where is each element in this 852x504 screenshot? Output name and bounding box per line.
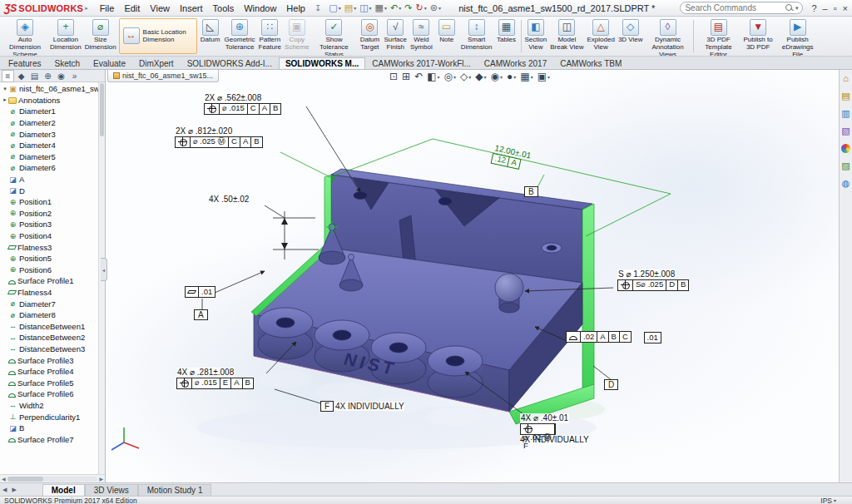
help-button[interactable]: ?	[811, 3, 816, 13]
tree-item[interactable]: Diameter6	[0, 162, 98, 174]
view-orientation-icon[interactable]: ◇ ▾	[459, 71, 472, 82]
datum-button[interactable]: ◺ Datum	[198, 17, 223, 55]
search-caret-icon[interactable]: ▾	[795, 5, 799, 12]
zoom-area-icon[interactable]: ⊞ ▾	[401, 71, 411, 82]
menu-help[interactable]: Help	[281, 2, 310, 14]
gdt-callout-281[interactable]: 4X ⌀ .281±.008 ⌀ .015 E A B	[176, 368, 254, 390]
tree-item[interactable]: DistanceBetween3	[0, 343, 98, 355]
datum-b-label[interactable]: B	[524, 186, 538, 197]
menu-insert[interactable]: Insert	[175, 2, 208, 14]
gdt-callout-562[interactable]: 2X ⌀ .562±.008 ⌀ .015 C A B	[204, 93, 281, 116]
hide-show-items-icon[interactable]: ◉ ▾	[490, 71, 504, 82]
tree-item[interactable]: Width2	[0, 400, 98, 412]
file-explorer-icon[interactable]: ▥	[841, 109, 850, 118]
tree-item[interactable]: Surface Profile7	[0, 433, 98, 445]
close-button[interactable]: ×	[843, 3, 848, 13]
previous-view-icon[interactable]: ↶ ▾	[414, 71, 424, 82]
tab-dimxpert[interactable]: DimXpert	[132, 57, 181, 69]
menu-edit[interactable]: Edit	[119, 2, 145, 14]
save-button[interactable]: ◫ ▾	[359, 3, 371, 12]
menu-window[interactable]: Window	[239, 2, 281, 14]
datum-target-button[interactable]: ◎ Datum Target	[357, 17, 382, 55]
undo-button[interactable]: ↶ ▾	[390, 3, 401, 12]
gdt-callout-profile[interactable]: .02 A B C .01	[566, 331, 661, 343]
tab-sketch[interactable]: Sketch	[47, 57, 87, 69]
gdt-callout-40[interactable]: 4X ⌀ .40±.01 ⌀ .02 Ⓜ F 4X INDIVIDUALLY	[520, 413, 589, 444]
geometric-tolerance-button[interactable]: ⊕ Geometric Tolerance	[223, 17, 257, 55]
3d-pdf-template-editor-button[interactable]: ▤ 3D PDF Template Editor	[696, 17, 742, 55]
tree-item[interactable]: Flatness3	[0, 241, 98, 253]
model-break-view-button[interactable]: ◫ Model Break View	[548, 17, 585, 55]
tree-item[interactable]: Surface Profile3	[0, 354, 98, 366]
datum-d-label[interactable]: D	[604, 379, 618, 390]
displaymanager-tab[interactable]: ◉	[55, 71, 67, 82]
print-button[interactable]: ▦ ▾	[375, 3, 387, 12]
tree-item[interactable]: Perpendicularity1	[0, 411, 98, 422]
custom-properties-icon[interactable]: ▨	[841, 161, 850, 170]
tab-solidworks-addins[interactable]: SOLIDWORKS Add-I...	[181, 57, 279, 69]
exploded-view-button[interactable]: △ Exploded View	[586, 17, 617, 55]
dimension-callout-50[interactable]: 4X .50±.02	[208, 195, 250, 205]
redo-button[interactable]: ↷ ▾	[404, 3, 412, 12]
tree-item[interactable]: Flatness4	[0, 287, 98, 299]
tab-camworks-tbm[interactable]: CAMWorks TBM	[553, 57, 628, 69]
pin-menu-icon[interactable]: ↧	[315, 3, 321, 12]
auto-dimension-scheme-button[interactable]: ◈ Auto Dimension Scheme	[2, 17, 48, 55]
tree-item[interactable]: D	[0, 185, 98, 196]
new-file-button[interactable]: ▢ ▾	[329, 3, 340, 12]
tree-item[interactable]: Diameter7	[0, 298, 98, 309]
tree-item[interactable]: Position1	[0, 196, 98, 208]
search-icon[interactable]	[785, 4, 793, 12]
section-view-button[interactable]: ◧ Section View	[523, 17, 549, 55]
view-palette-icon[interactable]: ▧	[841, 126, 850, 136]
pattern-feature-button[interactable]: ∷ Pattern Feature	[257, 17, 284, 55]
gdt-callout-812[interactable]: 2X ⌀ .812±.020 ⌀ .025 Ⓜ C A B	[175, 126, 263, 149]
tree-item[interactable]: Surface Profile4	[0, 366, 98, 378]
open-file-button[interactable]: ▤ ▾	[344, 3, 356, 12]
configurationmanager-tab[interactable]: ▤	[28, 71, 41, 82]
datum-a-label[interactable]: A	[194, 309, 208, 320]
tab-solidworks-mbd[interactable]: SOLIDWORKS M...	[279, 57, 365, 69]
dynamic-annotation-views-button[interactable]: ◊ Dynamic Annotation Views	[645, 17, 691, 55]
tree-item[interactable]: A	[0, 174, 98, 185]
location-dimension-button[interactable]: + Location Dimension	[48, 17, 83, 55]
solidworks-resources-icon[interactable]: ⌂	[843, 74, 849, 83]
tree-item[interactable]: Position4	[0, 230, 98, 242]
tab-model[interactable]: Model	[42, 484, 85, 496]
gdt-callout-1250[interactable]: S ⌀ 1.250±.008 S⌀ .025 D B	[617, 269, 689, 292]
tree-item[interactable]: Surface Profile6	[0, 388, 98, 400]
tree-item[interactable]: Diameter3	[0, 128, 98, 140]
tree-item[interactable]: ▾ nist_ftc_06_asme1_sw1500_rd_	[0, 83, 98, 95]
zoom-fit-icon[interactable]: ⊡ ▾	[389, 71, 399, 82]
tree-item[interactable]: Position3	[0, 219, 98, 230]
tree-item[interactable]: Diameter5	[0, 151, 98, 163]
smart-dimension-button[interactable]: ↕ Smart Dimension	[459, 17, 494, 55]
view-settings-icon[interactable]: ▣ ▾	[537, 71, 551, 82]
tree-expand-icon[interactable]: ▾	[2, 86, 8, 92]
tab-motion-study-1[interactable]: Motion Study 1	[138, 484, 212, 496]
tree-item[interactable]: ▸ Annotations	[0, 95, 98, 106]
tree-horizontal-scrollbar[interactable]: ◀▶	[0, 474, 105, 482]
tree-expand-icon[interactable]: ▸	[2, 96, 8, 103]
publish-to-3d-pdf-button[interactable]: ▼ Publish to 3D PDF	[742, 17, 775, 55]
featuremanager-tab[interactable]: ≡	[2, 70, 14, 82]
tab-camworks-workflow[interactable]: CAMWorks 2017-WorkFl...	[365, 57, 478, 69]
dimxpertmanager-tab[interactable]: ⊕	[42, 71, 54, 82]
tree-item[interactable]: Diameter4	[0, 140, 98, 151]
tree-item[interactable]: Diameter2	[0, 117, 98, 129]
tree-item[interactable]: Position6	[0, 264, 98, 276]
document-tab[interactable]: nist_ftc_06_asme1_sw15...	[107, 70, 219, 82]
publish-edrawings-file-button[interactable]: ▶ Publish eDrawings File	[775, 17, 821, 55]
tree-item[interactable]: Position2	[0, 208, 98, 220]
tree-item[interactable]: Position5	[0, 253, 98, 264]
menu-tools[interactable]: Tools	[208, 2, 240, 14]
tab-features[interactable]: Features	[2, 57, 47, 69]
tree-item[interactable]: B	[0, 422, 98, 434]
datum-f-label[interactable]: F	[320, 401, 334, 412]
appearances-scenes-icon[interactable]	[841, 144, 850, 153]
minimize-button[interactable]: –	[823, 3, 828, 13]
tree-item[interactable]: Diameter1	[0, 106, 98, 117]
solidworks-forum-icon[interactable]: ◍	[842, 179, 850, 188]
show-tolerance-status-button[interactable]: ✓ Show Tolerance Status	[310, 17, 357, 55]
propertymanager-tab[interactable]: ◆	[15, 71, 27, 82]
